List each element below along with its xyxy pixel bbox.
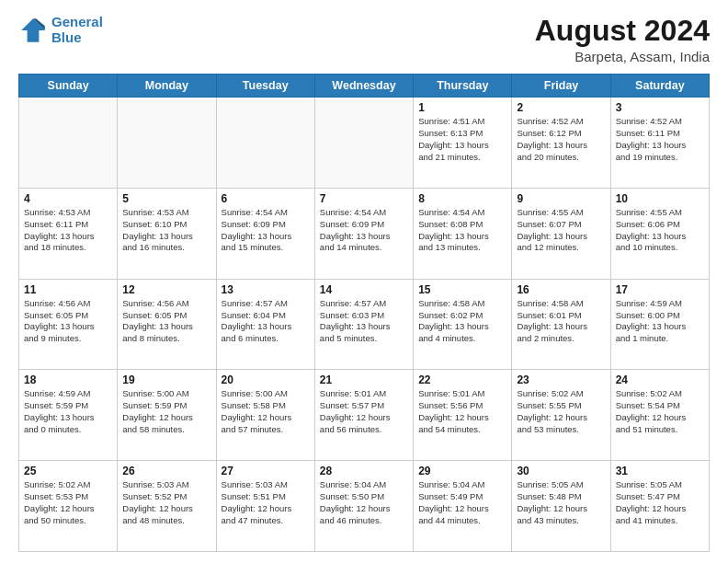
day-info: Sunrise: 4:54 AM Sunset: 6:08 PM Dayligh… [418,207,506,254]
day-number: 4 [24,192,112,205]
day-number: 17 [616,283,704,296]
calendar-header-saturday: Saturday [610,75,709,98]
calendar-cell: 31Sunrise: 5:05 AM Sunset: 5:47 PM Dayli… [610,461,709,552]
calendar-week-2: 4Sunrise: 4:53 AM Sunset: 6:11 PM Daylig… [19,188,710,279]
calendar-cell: 2Sunrise: 4:52 AM Sunset: 6:12 PM Daylig… [512,98,610,189]
calendar-header-wednesday: Wednesday [314,75,413,98]
calendar-header-tuesday: Tuesday [216,75,314,98]
calendar-week-1: 1Sunrise: 4:51 AM Sunset: 6:13 PM Daylig… [19,98,710,189]
calendar-table: SundayMondayTuesdayWednesdayThursdayFrid… [18,74,710,552]
day-info: Sunrise: 5:04 AM Sunset: 5:49 PM Dayligh… [418,479,506,526]
calendar-cell: 10Sunrise: 4:55 AM Sunset: 6:06 PM Dayli… [610,188,709,279]
day-info: Sunrise: 4:52 AM Sunset: 6:12 PM Dayligh… [517,116,605,163]
day-number: 12 [122,283,210,296]
calendar-cell: 27Sunrise: 5:03 AM Sunset: 5:51 PM Dayli… [216,461,314,552]
day-info: Sunrise: 4:58 AM Sunset: 6:02 PM Dayligh… [418,298,506,345]
main-title: August 2024 [535,15,710,47]
day-info: Sunrise: 4:57 AM Sunset: 6:03 PM Dayligh… [320,298,408,345]
day-number: 14 [320,283,408,296]
day-number: 6 [222,192,310,205]
calendar-week-3: 11Sunrise: 4:56 AM Sunset: 6:05 PM Dayli… [19,279,710,370]
day-info: Sunrise: 5:00 AM Sunset: 5:59 PM Dayligh… [122,388,210,435]
calendar-header-row: SundayMondayTuesdayWednesdayThursdayFrid… [19,75,710,98]
day-info: Sunrise: 4:56 AM Sunset: 6:05 PM Dayligh… [122,298,210,345]
calendar-cell: 7Sunrise: 4:54 AM Sunset: 6:09 PM Daylig… [314,188,413,279]
day-number: 15 [418,283,506,296]
calendar-cell: 21Sunrise: 5:01 AM Sunset: 5:57 PM Dayli… [314,370,413,461]
day-number: 29 [418,465,506,477]
calendar-cell: 14Sunrise: 4:57 AM Sunset: 6:03 PM Dayli… [314,279,413,370]
day-number: 22 [418,373,506,386]
logo-general: General [51,14,103,29]
calendar-cell [216,98,314,189]
calendar-cell: 4Sunrise: 4:53 AM Sunset: 6:11 PM Daylig… [19,188,118,279]
day-number: 27 [222,465,310,477]
calendar-cell: 20Sunrise: 5:00 AM Sunset: 5:58 PM Dayli… [216,370,314,461]
svg-marker-0 [21,18,45,42]
calendar-cell: 19Sunrise: 5:00 AM Sunset: 5:59 PM Dayli… [118,370,216,461]
header: General Blue August 2024 Barpeta, Assam,… [18,15,710,64]
day-info: Sunrise: 5:02 AM Sunset: 5:54 PM Dayligh… [616,388,704,435]
calendar-cell: 17Sunrise: 4:59 AM Sunset: 6:00 PM Dayli… [610,279,709,370]
day-info: Sunrise: 4:54 AM Sunset: 6:09 PM Dayligh… [222,207,310,254]
calendar-cell: 3Sunrise: 4:52 AM Sunset: 6:11 PM Daylig… [610,98,709,189]
calendar-cell: 13Sunrise: 4:57 AM Sunset: 6:04 PM Dayli… [216,279,314,370]
calendar-cell: 22Sunrise: 5:01 AM Sunset: 5:56 PM Dayli… [414,370,512,461]
day-number: 23 [517,373,605,386]
day-info: Sunrise: 4:55 AM Sunset: 6:06 PM Dayligh… [616,207,704,254]
calendar-cell: 8Sunrise: 4:54 AM Sunset: 6:08 PM Daylig… [414,188,512,279]
calendar-cell: 16Sunrise: 4:58 AM Sunset: 6:01 PM Dayli… [512,279,610,370]
logo-icon [18,16,48,45]
day-number: 26 [122,465,210,477]
day-number: 24 [616,373,704,386]
day-info: Sunrise: 5:03 AM Sunset: 5:51 PM Dayligh… [222,479,310,526]
day-info: Sunrise: 5:05 AM Sunset: 5:48 PM Dayligh… [517,479,605,526]
day-number: 13 [222,283,310,296]
calendar-cell: 28Sunrise: 5:04 AM Sunset: 5:50 PM Dayli… [314,461,413,552]
calendar-cell: 23Sunrise: 5:02 AM Sunset: 5:55 PM Dayli… [512,370,610,461]
day-info: Sunrise: 4:54 AM Sunset: 6:09 PM Dayligh… [320,207,408,254]
day-info: Sunrise: 5:00 AM Sunset: 5:58 PM Dayligh… [222,388,310,435]
subtitle: Barpeta, Assam, India [535,49,710,64]
calendar-cell: 18Sunrise: 4:59 AM Sunset: 5:59 PM Dayli… [19,370,118,461]
calendar-week-5: 25Sunrise: 5:02 AM Sunset: 5:53 PM Dayli… [19,461,710,552]
logo: General Blue [18,15,103,45]
day-info: Sunrise: 4:55 AM Sunset: 6:07 PM Dayligh… [517,207,605,254]
calendar-cell: 24Sunrise: 5:02 AM Sunset: 5:54 PM Dayli… [610,370,709,461]
day-number: 30 [517,465,605,477]
day-number: 31 [616,465,704,477]
calendar-cell: 1Sunrise: 4:51 AM Sunset: 6:13 PM Daylig… [414,98,512,189]
day-info: Sunrise: 5:01 AM Sunset: 5:56 PM Dayligh… [418,388,506,435]
calendar-cell: 25Sunrise: 5:02 AM Sunset: 5:53 PM Dayli… [19,461,118,552]
calendar-week-4: 18Sunrise: 4:59 AM Sunset: 5:59 PM Dayli… [19,370,710,461]
day-number: 10 [616,192,704,205]
day-info: Sunrise: 4:51 AM Sunset: 6:13 PM Dayligh… [418,116,506,163]
day-info: Sunrise: 4:57 AM Sunset: 6:04 PM Dayligh… [222,298,310,345]
day-info: Sunrise: 4:53 AM Sunset: 6:10 PM Dayligh… [122,207,210,254]
calendar-cell: 6Sunrise: 4:54 AM Sunset: 6:09 PM Daylig… [216,188,314,279]
day-number: 18 [24,373,112,386]
calendar-header-sunday: Sunday [19,75,118,98]
day-info: Sunrise: 4:52 AM Sunset: 6:11 PM Dayligh… [616,116,704,163]
calendar-header-friday: Friday [512,75,610,98]
calendar-cell: 26Sunrise: 5:03 AM Sunset: 5:52 PM Dayli… [118,461,216,552]
calendar-cell: 15Sunrise: 4:58 AM Sunset: 6:02 PM Dayli… [414,279,512,370]
day-number: 20 [222,373,310,386]
day-number: 1 [418,101,506,114]
day-number: 25 [24,465,112,477]
day-info: Sunrise: 4:59 AM Sunset: 5:59 PM Dayligh… [24,388,112,435]
calendar-cell [118,98,216,189]
logo-text: General Blue [51,15,103,45]
day-number: 19 [122,373,210,386]
day-info: Sunrise: 5:04 AM Sunset: 5:50 PM Dayligh… [320,479,408,526]
calendar-cell: 29Sunrise: 5:04 AM Sunset: 5:49 PM Dayli… [414,461,512,552]
day-number: 11 [24,283,112,296]
day-number: 9 [517,192,605,205]
calendar-cell: 12Sunrise: 4:56 AM Sunset: 6:05 PM Dayli… [118,279,216,370]
day-info: Sunrise: 5:05 AM Sunset: 5:47 PM Dayligh… [616,479,704,526]
day-info: Sunrise: 5:03 AM Sunset: 5:52 PM Dayligh… [122,479,210,526]
day-info: Sunrise: 4:56 AM Sunset: 6:05 PM Dayligh… [24,298,112,345]
calendar-cell: 9Sunrise: 4:55 AM Sunset: 6:07 PM Daylig… [512,188,610,279]
calendar-cell: 5Sunrise: 4:53 AM Sunset: 6:10 PM Daylig… [118,188,216,279]
calendar-header-thursday: Thursday [414,75,512,98]
